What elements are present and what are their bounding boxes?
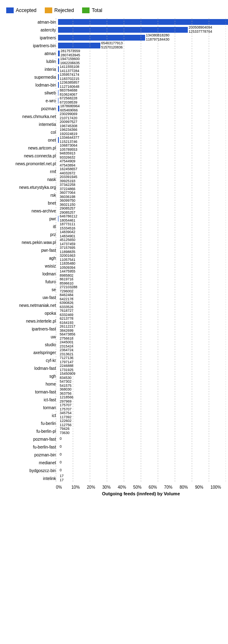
table-row: pwr-fast3715769511898835 <box>4 246 226 254</box>
bar-values: 86197168596610 <box>60 279 73 285</box>
row-label: supermedia <box>4 75 58 80</box>
bar-values: 24450012315424 <box>60 342 73 347</box>
table-row: fu-berlin-fast0 <box>4 443 226 451</box>
legend-accepted-label: Accepted <box>16 7 36 13</box>
table-row: lublin19471596001662206635 <box>4 58 226 65</box>
row-label: pozman <box>4 106 58 111</box>
bar-wrapper: 1218566297969 <box>58 397 226 403</box>
row-label: agh <box>4 256 58 260</box>
row-label: bydgoszcz-bin <box>4 468 58 473</box>
bar-accepted <box>58 27 188 33</box>
bar-wrapper: 0 <box>58 444 226 450</box>
row-label: rmf <box>4 169 58 174</box>
bar-wrapper: 3200166311057541 <box>58 255 226 261</box>
table-row: studio24450012315424 <box>4 341 226 348</box>
bar-wrapper: 106873064105789553 <box>58 145 226 151</box>
bar-wrapper: 200508904094125337778764 <box>58 27 226 33</box>
x-axis-label: 90% <box>195 485 210 490</box>
table-row: intelink1717 <box>4 475 226 482</box>
row-label: futuro <box>4 280 58 284</box>
legend-total-box <box>82 7 90 13</box>
bar-wrapper: 15450909834530 <box>58 373 226 379</box>
table-row: itl1877311115334516 <box>4 223 226 230</box>
bar-values: 63908266333526 <box>60 302 73 308</box>
bar-values: 200997527196745308 <box>60 121 78 127</box>
table-row: internetia200997527196745308 <box>4 121 226 128</box>
table-row: col196234366192024819 <box>4 128 226 136</box>
table-row: rmf16245865744032672 <box>4 168 226 175</box>
bar-section: 261122173842699 <box>58 326 226 332</box>
table-row: e-wro672568228672038539 <box>4 97 226 104</box>
bar-values: 134380818280118797184430 <box>146 35 170 41</box>
bar-section: 368030363756 <box>58 389 226 395</box>
bar-section: 564738562756618 <box>58 334 226 340</box>
bar-wrapper: 547302541575 <box>58 381 226 387</box>
x-axis-label: 30% <box>102 485 118 490</box>
bar-wrapper: 134380818280118797184430 <box>58 35 226 41</box>
table-row: news.connecta.pl9483591393326632 <box>4 152 226 159</box>
bar-wrapper: 564738562756618 <box>58 334 226 340</box>
row-label: se <box>4 287 58 292</box>
bar-values: 15450909834530 <box>60 373 75 379</box>
x-axis-label: 80% <box>179 485 195 490</box>
bar-values: 0 <box>60 436 62 442</box>
bar-section: 12363858571127160648 <box>58 82 226 88</box>
bar-wrapper: 12363858571127160648 <box>58 82 226 88</box>
bar-section: 0 <box>58 444 226 450</box>
bar-values: 23647242313621 <box>60 350 73 355</box>
bar-wrapper: 3607706436036198 <box>58 192 226 198</box>
bar-accepted <box>58 216 58 222</box>
row-label: atman <box>4 51 58 56</box>
bar-accepted <box>58 43 100 48</box>
bar-section: 200997527196745308 <box>58 121 226 127</box>
row-label: prz <box>4 232 58 237</box>
table-row: pwr64678611218054461 <box>4 215 226 222</box>
legend-rejected: Rejected <box>45 7 74 13</box>
row-label: ipartners <box>4 36 58 40</box>
bar-accepted <box>58 82 59 88</box>
bar-wrapper: 7942673630 <box>58 428 226 434</box>
legend-accepted-box <box>6 7 14 13</box>
bar-values: 547302541575 <box>60 381 71 387</box>
table-row: atman28175735592807453945 <box>4 50 226 57</box>
row-label: atman-bin <box>4 20 58 24</box>
x-axis: 0%10%20%30%40%50%60%70%80%90%100% <box>2 485 226 490</box>
table-row: lodman-bin12363858571127160648 <box>4 81 226 89</box>
legend-rejected-label: Rejected <box>54 7 74 13</box>
row-label: news.artcom.pl <box>4 146 58 150</box>
row-label: rsk <box>4 193 58 198</box>
bar-wrapper: 144759558985802 <box>58 271 226 277</box>
bar-value-1: 0 <box>60 437 62 441</box>
bar-wrapper: 883784688810624067 <box>58 90 226 96</box>
bar-wrapper: 0 <box>58 436 226 442</box>
bar-wrapper: 0 <box>58 452 226 458</box>
table-row: ipartners-bin6546317791351570120836 <box>4 42 226 49</box>
bar-section: 134380818280118797184430 <box>58 35 226 41</box>
row-label: itl <box>4 224 58 229</box>
bar-wrapper: 261122173842699 <box>58 326 226 332</box>
table-row: bnet3609975036021150 <box>4 199 226 207</box>
table-row: fu-berlin-pl7942673630 <box>4 427 226 435</box>
x-axis-label: 10% <box>71 485 87 490</box>
bar-section: 175707175707 <box>58 405 226 410</box>
bar-section: 200508904094125337778764 <box>58 27 226 33</box>
bar-wrapper: 175707175707 <box>58 405 226 410</box>
bar-wrapper: 196234366192024819 <box>58 129 226 135</box>
bar-section: 6546317791351570120836 <box>58 43 226 48</box>
legend-accepted: Accepted <box>6 7 36 13</box>
bar-wrapper: 14115551081411377284 <box>58 66 226 72</box>
bar-wrapper: 2908525729085257 <box>58 208 226 214</box>
bar-wrapper: 3734225837224866 <box>58 184 226 190</box>
table-row: onet1334644377115213746 <box>4 136 226 144</box>
bar-wrapper: 2721032887296002 <box>58 287 226 292</box>
bar-accepted <box>58 74 59 80</box>
bar-wrapper: 23647242313621 <box>58 350 226 355</box>
bar-values: 3609975036021150 <box>60 200 75 206</box>
bar-values: 76187276332469 <box>60 310 73 316</box>
bar-section: 64678611218054461 <box>58 216 226 222</box>
row-label: ipartners-bin <box>4 43 58 48</box>
bar-wrapper: 62137786164193 <box>58 318 226 324</box>
row-label: news.intertele.pl <box>4 319 58 323</box>
table-row: silweb883784688810624067 <box>4 89 226 96</box>
bar-values: 1878680964605469066 <box>60 106 80 111</box>
